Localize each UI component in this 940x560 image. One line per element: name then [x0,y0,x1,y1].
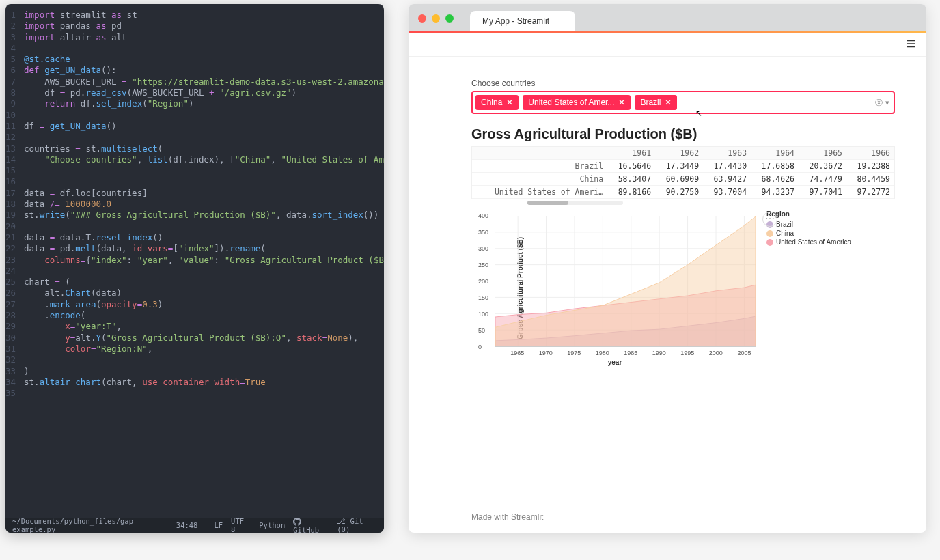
multiselect-label: Choose countries [471,79,895,88]
tab-title: My App - Streamlit [482,16,549,26]
table-col-header: 1965 [799,147,846,160]
mouse-cursor-icon: ↖ [695,109,702,118]
chart-ytick: 400 [478,212,488,219]
section-heading: Gross Agricultural Production ($B) [471,126,895,142]
app-topbar [409,33,926,57]
chart-ytick: 300 [478,245,488,252]
hamburger-menu-icon[interactable] [904,38,917,53]
multiselect-chip[interactable]: Brazil✕ [635,95,677,110]
multiselect-chip[interactable]: China✕ [475,95,519,110]
chip-remove-icon[interactable]: ✕ [665,98,672,107]
table-col-header: 1961 [607,147,655,160]
chart-xtick: 1965 [510,350,524,356]
table-row[interactable]: China58.340760.690963.942768.462674.7479… [472,173,894,186]
chart-xtick: 2005 [737,350,751,356]
legend-title: Region [766,210,851,218]
chart-ytick: 150 [478,294,488,301]
multiselect-chip[interactable]: United States of Amer...✕ [523,95,631,110]
chart-xtick: 1975 [567,350,581,356]
maximize-window-icon[interactable] [445,14,454,23]
status-git[interactable]: ⎇ Git (0) [337,517,377,533]
editor-statusbar: ~/Documents/python_files/gap-example.py … [5,518,384,533]
table-col-header: 1963 [703,147,751,160]
table-row[interactable]: United States of Ameri…89.816690.275093.… [472,186,894,199]
status-line-ending[interactable]: LF [214,521,223,529]
table-scrollbar[interactable] [527,201,623,205]
chart-ytick: 100 [478,311,488,318]
chart-ytick: 200 [478,278,488,285]
countries-multiselect[interactable]: China✕United States of Amer...✕Brazil✕ ⓧ… [471,91,895,114]
table-row[interactable]: Brazil16.564617.344917.443017.685820.367… [472,160,894,173]
minimize-window-icon[interactable] [432,14,440,23]
chart-xtick: 1990 [652,350,666,356]
chart-ytick: 250 [478,262,488,268]
code-content[interactable]: import streamlit as st import pandas as … [21,7,384,518]
chart-ytick: 0 [478,344,482,350]
window-controls [418,14,454,23]
code-editor: 1 2 3 4 5 6 7 8 9 10 11 12 13 14 15 16 1… [5,4,384,533]
browser-tab[interactable]: My App - Streamlit [470,11,575,31]
table-col-header: 1966 [846,147,894,160]
multiselect-caret-icon[interactable]: ▾ [885,98,889,107]
status-language[interactable]: Python [259,521,285,529]
chart-xtick: 1970 [539,350,553,356]
chart-xlabel: year [608,359,622,366]
table-col-header: 1962 [655,147,703,160]
table-col-header: 1964 [751,147,799,160]
legend-item: Brazil [766,221,851,228]
multiselect-clear-icon[interactable]: ⓧ [875,98,883,108]
chart-xtick: 1985 [624,350,637,356]
status-github[interactable]: GitHub [293,517,329,533]
chart-xtick: 2000 [709,350,723,356]
legend-item: China [766,229,851,237]
chip-remove-icon[interactable]: ✕ [506,98,513,107]
footer-link[interactable]: Streamlit [511,512,543,522]
chip-remove-icon[interactable]: ✕ [618,98,625,107]
chart-ytick: 50 [478,327,485,334]
chart-xtick: 1995 [680,350,694,356]
chart-menu-icon[interactable]: ⋯ [762,212,777,227]
data-table[interactable]: 196119621963196419651966Brazil16.564617.… [471,146,895,199]
area-chart[interactable]: Gross Agricultural Product ($B) year ⋯ 0… [471,210,758,366]
status-encoding[interactable]: UTF-8 [231,517,251,533]
status-filepath: ~/Documents/python_files/gap-example.py [12,517,168,533]
app-footer: Made with Streamlit [471,512,543,522]
browser-tabbar: My App - Streamlit [409,4,926,31]
close-window-icon[interactable] [418,14,426,23]
chart-ytick: 350 [478,229,488,236]
chart-xtick: 1980 [596,350,609,356]
line-number-gutter: 1 2 3 4 5 6 7 8 9 10 11 12 13 14 15 16 1… [5,7,21,518]
legend-item: United States of America [766,238,851,246]
status-cursor: 34:48 [176,521,198,529]
chart-legend: Region BrazilChinaUnited States of Ameri… [766,210,851,366]
browser-window: My App - Streamlit Choose countries Chin… [409,4,926,533]
